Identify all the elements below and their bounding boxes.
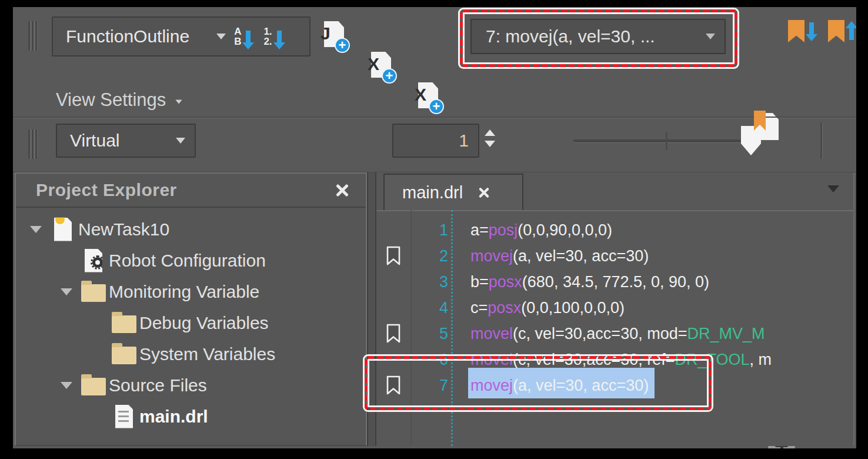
code-line-1[interactable]: 1a=posj(0,0,90,0,0,0) (376, 217, 853, 243)
tree-item-label: Source Files (109, 375, 207, 395)
expand-arrow-icon[interactable] (24, 226, 48, 233)
code-text[interactable]: b=posx(680, 34.5, 772.5, 0, 90, 0) (468, 269, 715, 295)
line-number[interactable]: 1 (410, 221, 455, 240)
tree-icon-slot (78, 282, 109, 302)
line-selector-dropdown[interactable]: 7: movej(a, vel=30, ... (470, 19, 726, 54)
previous-bookmark-button[interactable] (828, 20, 856, 42)
line-number[interactable]: 3 (410, 273, 455, 291)
sort-numeric-button[interactable]: 1.2. (263, 26, 286, 46)
sidebar-item-system-variables[interactable]: System Variables (16, 338, 366, 370)
arrow-down-icon (809, 22, 814, 34)
sidebar-item-robot-configuration[interactable]: Robot Configuration (16, 245, 366, 276)
arrow-down-icon (246, 31, 251, 42)
sort-alphabetical-button[interactable]: AB (234, 26, 255, 46)
panel-splitter[interactable] (367, 172, 376, 446)
panel-title: Project Explorer (36, 180, 177, 200)
sidebar-item-main-drl[interactable]: main.drl (16, 401, 366, 432)
run-count-input[interactable]: 1 (392, 124, 479, 158)
code-text[interactable]: a=posj(0,0,90,0,0,0) (468, 217, 618, 243)
function-outline-select[interactable]: FunctionOutline (66, 26, 189, 46)
sidebar-item-source-files[interactable]: Source Files (16, 370, 366, 401)
tab-list-dropdown-icon[interactable] (827, 185, 839, 192)
mode-select[interactable]: Virtual (56, 124, 196, 158)
code-text[interactable]: movej(a, vel=30, acc=30) (468, 372, 655, 398)
code-area[interactable]: 1a=posj(0,0,90,0,0,0)2movej(a, vel=30, a… (376, 210, 853, 446)
folder-icon (112, 315, 136, 333)
line-number[interactable]: 2 (410, 247, 455, 265)
add-x-file-button-2[interactable]: X + (415, 81, 442, 112)
line-selector-value: 7: movej(a, vel=30, ... (486, 26, 655, 46)
code-token-keyword: posx (489, 273, 522, 291)
tree-icon-slot (109, 405, 139, 428)
tab-close-icon[interactable] (478, 187, 490, 198)
playbar-drag-grip[interactable] (28, 129, 38, 159)
folder-icon (81, 378, 106, 395)
code-token-plain: b= (470, 273, 489, 291)
close-icon[interactable] (335, 183, 349, 197)
code-token-plain: , m (749, 351, 772, 369)
tab-label: main.drl (402, 183, 463, 202)
code-text[interactable]: movel(c, vel=30,acc=30, ref=DR_TOOL, m (468, 347, 777, 372)
line-number[interactable]: 5 (410, 325, 455, 343)
code-text[interactable]: movej(a, vel=30, acc=30) (468, 243, 655, 269)
editor-tab-bar: main.drl (376, 172, 853, 211)
line-number[interactable]: 6 (410, 351, 455, 369)
add-j-file-button[interactable]: J + (321, 20, 348, 51)
line-number[interactable]: 7 (410, 377, 455, 395)
robot-config-icon (85, 249, 102, 272)
speed-slider-track[interactable] (573, 139, 744, 142)
tree-icon-slot (109, 313, 139, 333)
tree-item-label: Debug Variables (139, 313, 269, 333)
code-lines: 1a=posj(0,0,90,0,0,0)2movej(a, vel=30, a… (376, 217, 853, 398)
next-bookmark-button[interactable] (788, 20, 819, 42)
project-explorer-header: Project Explorer (16, 174, 366, 208)
slider-tick (666, 132, 667, 150)
code-line-3[interactable]: 3b=posx(680, 34.5, 772.5, 0, 90, 0) (376, 269, 853, 295)
code-line-5[interactable]: 5movel(c, vel=30,acc=30, mod=DR_MV_M (376, 321, 853, 347)
sidebar-item-newtask10[interactable]: NewTask10 (16, 214, 366, 245)
view-settings-menu[interactable]: View Settings (56, 85, 183, 115)
toolbar-drag-grip[interactable] (28, 21, 38, 51)
tab-main-drl[interactable]: main.drl (383, 174, 523, 210)
code-token-plain: (c, vel=30,acc=30, mod= (513, 325, 687, 343)
spinner-up-icon[interactable] (485, 129, 495, 136)
code-text[interactable]: c=posx(0,0,100,0,0,0) (468, 295, 630, 321)
chevron-down-icon (176, 138, 185, 144)
code-line-7[interactable]: 7movej(a, vel=30, acc=30) (376, 372, 853, 398)
line-number[interactable]: 4 (410, 299, 455, 317)
code-token-plain: (a, vel=30, acc=30) (513, 377, 649, 395)
chevron-down-icon (706, 34, 715, 39)
toolbar-separator (820, 122, 822, 159)
tree-icon-slot (48, 218, 78, 241)
code-token-plain: c= (470, 299, 488, 317)
code-token-plain: (680, 34.5, 772.5, 0, 90, 0) (522, 273, 709, 291)
gutter-bookmark-icon[interactable] (376, 246, 410, 266)
tree-item-label: main.drl (139, 407, 208, 427)
view-settings-label: View Settings (56, 89, 166, 111)
run-count-stepper (485, 129, 495, 147)
spinner-down-icon[interactable] (485, 141, 495, 147)
add-x-file-button[interactable]: X + (368, 51, 395, 81)
arrow-down-icon (277, 31, 282, 42)
expand-arrow-icon[interactable] (55, 288, 78, 295)
code-token-keyword: movej (470, 247, 513, 265)
code-token-constant: DR_MV_M (687, 325, 764, 343)
file-icon (115, 405, 133, 428)
tree-icon-slot (109, 344, 139, 364)
letter-j-icon: J (321, 24, 330, 44)
gutter-bookmark-icon[interactable] (376, 324, 410, 344)
app-content: FunctionOutline AB 1.2. J + X + X + (13, 7, 856, 448)
sidebar-item-debug-variables[interactable]: Debug Variables (16, 307, 366, 338)
code-line-6[interactable]: 6movel(c, vel=30,acc=30, ref=DR_TOOL, m (376, 347, 853, 372)
gutter-bookmark-icon[interactable] (376, 375, 410, 395)
chevron-down-icon (176, 100, 182, 104)
expand-arrow-icon[interactable] (55, 382, 78, 389)
code-line-4[interactable]: 4c=posx(0,0,100,0,0,0) (376, 295, 853, 321)
chevron-down-icon[interactable] (216, 34, 226, 39)
code-token-plain: (0,0,100,0,0,0) (521, 299, 625, 317)
code-token-keyword: movej (470, 377, 513, 395)
code-text[interactable]: movel(c, vel=30,acc=30, mod=DR_MV_M (468, 321, 770, 347)
code-line-2[interactable]: 2movej(a, vel=30, acc=30) (376, 243, 853, 269)
sidebar-item-monitoring-variable[interactable]: Monitoring Variable (16, 276, 366, 307)
tree-item-label: System Variables (139, 344, 275, 364)
